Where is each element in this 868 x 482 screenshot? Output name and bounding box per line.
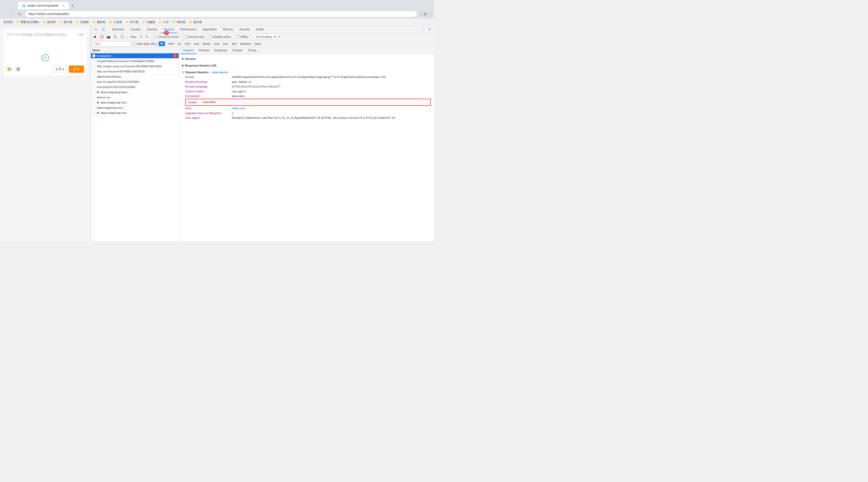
star-icon[interactable]: ☆: [419, 12, 423, 16]
request-item-svg2[interactable]: data:image/svg+xml;...: [91, 105, 179, 110]
filter-xhr[interactable]: XHR: [166, 42, 176, 45]
folder-icon: 📁: [16, 21, 20, 24]
devtools-more-button[interactable]: ⋮: [420, 26, 426, 33]
request-item-png[interactable]: data:image/png;base...: [91, 90, 179, 95]
detail-tab-preview[interactable]: Preview: [196, 47, 212, 54]
bookmark-design[interactable]: 📁 设计类: [58, 20, 74, 25]
address-bar: ← → ↻ https://weibo.com/minipublish ☆ ⊞ …: [0, 9, 434, 19]
detail-content: ▶ General ▶ Response Headers (14): [179, 54, 434, 241]
request-item-svg1[interactable]: data:image/svg+xml;...: [91, 100, 179, 105]
list-view-button[interactable]: ☰: [138, 34, 144, 39]
general-section: ▶ General: [182, 57, 431, 61]
tab-elements[interactable]: Elements: [109, 26, 127, 33]
response-headers-section: ▶ Response Headers (14): [182, 63, 431, 68]
all-filter-btn[interactable]: All: [159, 41, 165, 46]
tab-application[interactable]: Application: [200, 26, 220, 33]
extension-icon[interactable]: ⊞: [424, 12, 427, 16]
search-button[interactable]: 🔍: [119, 34, 125, 39]
weibo-submit-button[interactable]: 发布: [69, 65, 84, 73]
emoji-icon[interactable]: 😊: [6, 66, 12, 72]
tab-close-icon[interactable]: ✕: [62, 4, 65, 7]
tab-memory[interactable]: Memory: [220, 26, 237, 33]
url-bar[interactable]: https://weibo.com/minipublish: [25, 11, 417, 17]
request-item-wb-css[interactable]: WB_simple_send.css?version=807488b74a97d…: [91, 64, 179, 69]
devtools-dock-button[interactable]: ⊡: [100, 26, 106, 33]
request-item-icon[interactable]: icon.png?id=20141016154300: [91, 85, 179, 90]
forward-button[interactable]: →: [9, 11, 16, 17]
detail-tab-timing[interactable]: Timing: [245, 47, 259, 54]
bookmark-inspiration[interactable]: 📁 灵感类: [74, 20, 90, 25]
filter-input[interactable]: [92, 41, 131, 46]
clear-button[interactable]: 🚫: [99, 34, 104, 39]
bookmark-tech[interactable]: 📁 技术类: [41, 20, 57, 25]
bookmark-entertainment[interactable]: 📁 娱乐类: [187, 20, 204, 25]
request-headers-section-header[interactable]: ▼ Request Headers view source: [182, 70, 431, 74]
weibo-actions: 😊 🖼 公开 ▾ 发布: [6, 65, 84, 73]
request-item-simplepublish[interactable]: simplePublish.js?version=124b438ab7323fe…: [91, 59, 179, 64]
filter-img[interactable]: Img: [192, 42, 200, 45]
filter-media[interactable]: Media: [201, 42, 212, 45]
record-button[interactable]: ⏺: [92, 34, 98, 39]
weibo-refresh-button[interactable]: ↻: [42, 54, 49, 61]
filter-manifest[interactable]: Manifest: [239, 42, 252, 45]
filter-font[interactable]: Font: [212, 42, 221, 45]
request-item-minipublish[interactable]: minipublish 2: [91, 53, 179, 59]
detail-tab-cookies[interactable]: Cookies: [230, 47, 245, 54]
active-tab[interactable]: 🌐 weibo.com/minipublish ✕: [18, 2, 69, 9]
header-row-accept-language: Accept-Language: zh-CN,zh;q=0.9,en;q=0.8…: [182, 84, 431, 89]
bookmark-interest[interactable]: 📁 兴趣类: [141, 20, 157, 25]
disable-cache-checkbox[interactable]: Disable cache: [209, 35, 231, 38]
weibo-public-button[interactable]: 公开 ▾: [53, 66, 67, 72]
image-icon[interactable]: 🖼: [15, 66, 21, 72]
tab-security[interactable]: Security: [236, 26, 253, 33]
request-item-favicon[interactable]: favicon.ico: [91, 95, 179, 100]
devtools-sidebar-toggle[interactable]: ⇔: [92, 26, 99, 33]
throttle-select[interactable]: No throttling: [254, 34, 277, 39]
bookmark-materials[interactable]: 📁 素材类: [91, 20, 107, 25]
detail-tab-headers[interactable]: Headers: [181, 47, 196, 54]
tab-console[interactable]: Console: [127, 26, 144, 33]
devtools-close-button[interactable]: ✕: [426, 26, 432, 33]
bookmark-tools[interactable]: 📁 工具类: [107, 20, 124, 25]
main-content: 分享 (可以直接输入音乐或视频的url地址) 140 ↻ 😊 🖼 公开: [0, 26, 434, 241]
request-item-skin-css[interactable]: skin.css?version=807488b74a97d525: [91, 69, 179, 74]
bookmark-blog[interactable]: 📁 博客/论坛/网站: [14, 20, 41, 25]
detail-panel: Headers Preview Response Cookies Timing …: [179, 47, 434, 241]
tab-performance[interactable]: Performance: [177, 26, 200, 33]
request-item-icon-x2[interactable]: icon-x2.png?id=20140113162600: [91, 79, 179, 85]
apps-bookmark[interactable]: ⊞ 应用: [2, 20, 14, 25]
header-row-accept: Accept: text/html,application/xhtml+xml,…: [182, 74, 431, 79]
request-item-svg3[interactable]: data:image/svg+xml;...: [91, 110, 179, 116]
filter-css[interactable]: CSS: [183, 42, 192, 45]
bookmark-research[interactable]: 📁 研究类: [171, 20, 187, 25]
request-checkbox: [92, 80, 95, 83]
request-headers-section: ▼ Request Headers view source Accept: te…: [182, 70, 431, 120]
view-source-link[interactable]: view source: [212, 71, 228, 74]
filter-button[interactable]: ⊞: [113, 34, 118, 39]
bookmark-learning[interactable]: 📁 学习类: [124, 20, 140, 25]
detail-tab-response[interactable]: Response: [212, 47, 230, 54]
response-headers-section-header[interactable]: ▶ Response Headers (14): [182, 63, 431, 68]
weibo-input-body[interactable]: [6, 39, 84, 52]
offline-checkbox[interactable]: Offline: [237, 35, 249, 38]
preserve-log-checkbox[interactable]: Preserve log: [184, 35, 204, 38]
menu-icon[interactable]: ⋮: [428, 12, 432, 17]
filter-other[interactable]: Other: [253, 42, 264, 45]
camera-button[interactable]: 📷: [106, 34, 111, 39]
tab-sources[interactable]: Sources: [144, 26, 160, 33]
general-section-header[interactable]: ▶ General: [182, 57, 431, 61]
header-val: weibo.com: [232, 106, 246, 110]
filter-js[interactable]: JS: [176, 42, 183, 45]
hide-data-urls-checkbox[interactable]: Hide data URLs: [133, 42, 157, 45]
filter-doc[interactable]: Doc: [222, 42, 230, 45]
tab-audits[interactable]: Audits: [253, 26, 267, 33]
group-by-frame-checkbox[interactable]: Group by frame: [155, 35, 178, 38]
request-item-font[interactable]: data:font/woff;base...: [91, 74, 179, 79]
new-tab-button[interactable]: +: [69, 2, 76, 9]
bookmark-work[interactable]: 📁 工作: [157, 20, 170, 25]
waterfall-view-button[interactable]: ⊟: [144, 34, 149, 39]
back-button[interactable]: ←: [2, 11, 8, 17]
filter-ws[interactable]: WS: [230, 42, 238, 45]
request-name: favicon.ico: [97, 96, 177, 99]
refresh-button[interactable]: ↻: [17, 11, 23, 17]
